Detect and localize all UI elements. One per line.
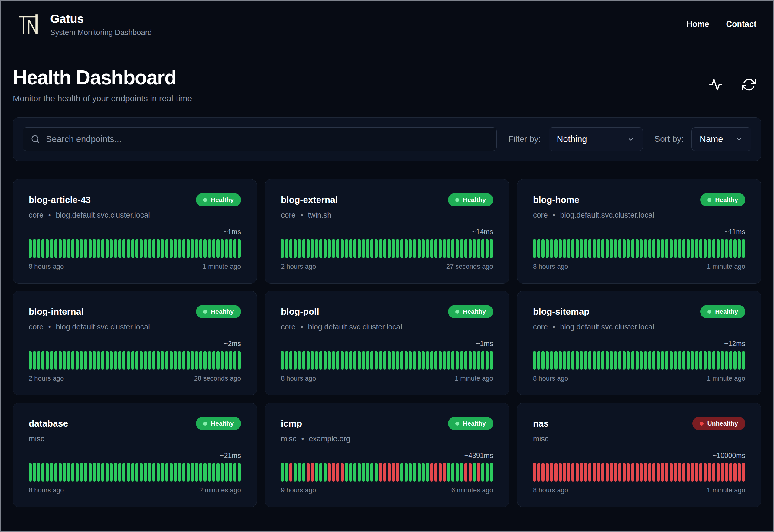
uptime-bar[interactable] xyxy=(670,351,673,370)
uptime-bar[interactable] xyxy=(37,239,40,258)
uptime-bar[interactable] xyxy=(588,463,591,482)
sort-select[interactable]: Name xyxy=(691,127,751,151)
uptime-bar[interactable] xyxy=(294,463,297,482)
uptime-bar[interactable] xyxy=(413,239,416,258)
uptime-bar[interactable] xyxy=(233,351,236,370)
uptime-bar[interactable] xyxy=(170,463,173,482)
uptime-bar[interactable] xyxy=(63,239,66,258)
uptime-bar[interactable] xyxy=(623,239,626,258)
uptime-bar[interactable] xyxy=(97,239,100,258)
uptime-bar[interactable] xyxy=(657,463,660,482)
uptime-bar[interactable] xyxy=(426,239,429,258)
uptime-bar[interactable] xyxy=(195,351,198,370)
uptime-bar[interactable] xyxy=(674,351,677,370)
uptime-bar[interactable] xyxy=(101,463,104,482)
uptime-bar[interactable] xyxy=(29,351,32,370)
uptime-bar[interactable] xyxy=(208,239,211,258)
endpoint-card[interactable]: blog-internal Healthy core • blog.defaul… xyxy=(13,291,257,395)
uptime-bar[interactable] xyxy=(298,463,301,482)
uptime-bar[interactable] xyxy=(174,463,177,482)
uptime-bar[interactable] xyxy=(152,239,155,258)
uptime-bar[interactable] xyxy=(294,239,297,258)
uptime-bar[interactable] xyxy=(434,351,437,370)
uptime-bar[interactable] xyxy=(469,351,472,370)
uptime-bar[interactable] xyxy=(541,351,545,370)
uptime-bar[interactable] xyxy=(366,463,369,482)
uptime-bar[interactable] xyxy=(477,351,480,370)
uptime-bar[interactable] xyxy=(563,351,566,370)
uptime-bar[interactable] xyxy=(157,351,160,370)
uptime-bar[interactable] xyxy=(307,463,310,482)
uptime-bar[interactable] xyxy=(324,351,327,370)
uptime-bar[interactable] xyxy=(41,463,44,482)
uptime-bar[interactable] xyxy=(396,351,399,370)
uptime-bar[interactable] xyxy=(118,351,121,370)
uptime-bar[interactable] xyxy=(144,351,147,370)
uptime-bar[interactable] xyxy=(636,351,639,370)
uptime-bar[interactable] xyxy=(443,351,446,370)
uptime-bar[interactable] xyxy=(84,463,87,482)
uptime-bar[interactable] xyxy=(127,239,130,258)
uptime-bar[interactable] xyxy=(161,463,164,482)
uptime-bar[interactable] xyxy=(203,239,207,258)
uptime-bar[interactable] xyxy=(80,239,83,258)
uptime-bar[interactable] xyxy=(648,351,651,370)
uptime-bar[interactable] xyxy=(50,463,53,482)
uptime-bar[interactable] xyxy=(571,239,574,258)
uptime-bar[interactable] xyxy=(114,239,117,258)
uptime-bar[interactable] xyxy=(670,463,673,482)
uptime-bar[interactable] xyxy=(418,351,421,370)
uptime-bar[interactable] xyxy=(238,351,241,370)
uptime-bar[interactable] xyxy=(76,239,79,258)
uptime-bar[interactable] xyxy=(708,239,711,258)
uptime-bar[interactable] xyxy=(212,239,215,258)
uptime-bar[interactable] xyxy=(76,463,79,482)
uptime-bar[interactable] xyxy=(187,351,190,370)
uptime-bar[interactable] xyxy=(460,351,463,370)
uptime-bar[interactable] xyxy=(59,239,62,258)
uptime-bar[interactable] xyxy=(122,351,125,370)
uptime-bar[interactable] xyxy=(610,239,613,258)
uptime-bar[interactable] xyxy=(41,239,44,258)
uptime-bar[interactable] xyxy=(212,463,215,482)
uptime-bar[interactable] xyxy=(345,351,348,370)
uptime-bar[interactable] xyxy=(721,463,724,482)
uptime-bar[interactable] xyxy=(106,351,109,370)
uptime-bar[interactable] xyxy=(439,351,442,370)
uptime-bar[interactable] xyxy=(623,463,626,482)
uptime-bar[interactable] xyxy=(733,463,737,482)
uptime-bar[interactable] xyxy=(37,463,40,482)
uptime-bar[interactable] xyxy=(89,239,92,258)
uptime-bar[interactable] xyxy=(182,351,185,370)
uptime-bar[interactable] xyxy=(554,351,558,370)
uptime-bar[interactable] xyxy=(358,239,361,258)
uptime-bar[interactable] xyxy=(699,239,702,258)
uptime-bar[interactable] xyxy=(541,463,545,482)
uptime-bar[interactable] xyxy=(33,239,36,258)
uptime-bar[interactable] xyxy=(37,351,40,370)
uptime-bar[interactable] xyxy=(118,239,121,258)
uptime-bar[interactable] xyxy=(571,463,574,482)
uptime-bar[interactable] xyxy=(704,351,707,370)
uptime-bar[interactable] xyxy=(233,239,236,258)
uptime-bar[interactable] xyxy=(422,463,425,482)
uptime-bar[interactable] xyxy=(319,463,322,482)
uptime-bar[interactable] xyxy=(332,239,335,258)
uptime-bar[interactable] xyxy=(199,463,202,482)
uptime-bar[interactable] xyxy=(738,463,741,482)
uptime-bar[interactable] xyxy=(652,463,655,482)
uptime-bar[interactable] xyxy=(614,351,617,370)
uptime-bar[interactable] xyxy=(362,463,365,482)
activity-icon[interactable] xyxy=(709,78,723,92)
uptime-bar[interactable] xyxy=(71,463,74,482)
uptime-bar[interactable] xyxy=(349,239,352,258)
uptime-bar[interactable] xyxy=(541,239,545,258)
uptime-bar[interactable] xyxy=(550,463,553,482)
uptime-bar[interactable] xyxy=(682,463,685,482)
refresh-icon[interactable] xyxy=(742,78,756,92)
uptime-bar[interactable] xyxy=(336,239,339,258)
uptime-bar[interactable] xyxy=(302,239,305,258)
uptime-bar[interactable] xyxy=(46,351,49,370)
uptime-bar[interactable] xyxy=(106,463,109,482)
uptime-bar[interactable] xyxy=(418,463,421,482)
